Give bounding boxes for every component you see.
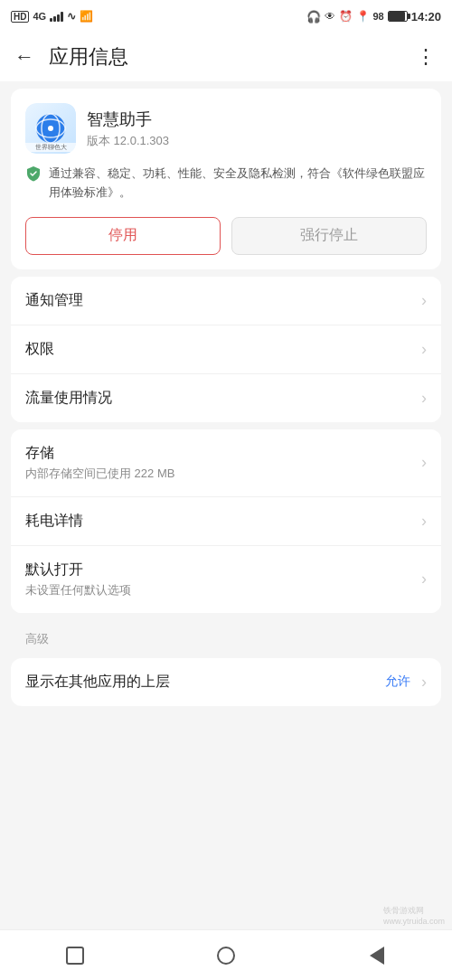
notification-management-content: 通知管理 bbox=[25, 291, 414, 310]
display-on-top-value: 允许 bbox=[385, 674, 410, 690]
advanced-section-label: 高级 bbox=[0, 620, 452, 651]
chevron-right-icon: › bbox=[421, 673, 427, 692]
signal-4g: 4G bbox=[33, 11, 46, 22]
app-icon: 世界聊色大 bbox=[25, 103, 76, 154]
app-name: 智慧助手 bbox=[87, 108, 427, 130]
square-icon bbox=[66, 947, 84, 965]
battery-percent: 98 bbox=[373, 11, 384, 22]
notification-management-item[interactable]: 通知管理 › bbox=[11, 277, 441, 325]
chevron-right-icon: › bbox=[421, 570, 427, 589]
location-icon: 📍 bbox=[356, 10, 370, 23]
app-logo-svg bbox=[34, 112, 67, 145]
storage-title: 存储 bbox=[25, 444, 414, 463]
more-options-button[interactable]: ⋮ bbox=[416, 45, 438, 69]
bottom-navigation bbox=[0, 929, 452, 980]
chevron-right-icon: › bbox=[421, 453, 427, 472]
back-nav-button[interactable] bbox=[359, 938, 395, 974]
triangle-icon bbox=[370, 947, 384, 965]
storage-item[interactable]: 存储 内部存储空间已使用 222 MB › bbox=[11, 429, 441, 497]
battery-detail-content: 耗电详情 bbox=[25, 512, 414, 531]
notification-management-title: 通知管理 bbox=[25, 291, 414, 310]
action-buttons-row: 停用 强行停止 bbox=[25, 217, 427, 255]
chevron-right-icon: › bbox=[421, 340, 427, 359]
eye-icon: 👁 bbox=[325, 10, 335, 23]
headphone-icon: 🎧 bbox=[306, 10, 321, 24]
default-open-title: 默认打开 bbox=[25, 561, 414, 580]
data-usage-item[interactable]: 流量使用情况 › bbox=[11, 374, 441, 422]
display-on-top-item[interactable]: 显示在其他应用的上层 允许 › bbox=[11, 658, 441, 706]
app-text-info: 智慧助手 版本 12.0.1.303 bbox=[87, 108, 427, 149]
advanced-section: 显示在其他应用的上层 允许 › bbox=[11, 658, 441, 706]
hd-label: HD bbox=[11, 11, 29, 23]
app-header-row: 世界聊色大 智慧助手 版本 12.0.1.303 bbox=[25, 103, 427, 154]
status-left-icons: HD 4G ∿ 📶 bbox=[11, 10, 93, 23]
default-open-content: 默认打开 未设置任何默认选项 bbox=[25, 561, 414, 598]
home-button[interactable] bbox=[208, 938, 244, 974]
battery-detail-item[interactable]: 耗电详情 › bbox=[11, 497, 441, 546]
svg-point-3 bbox=[48, 126, 53, 131]
data-usage-content: 流量使用情况 bbox=[25, 389, 414, 408]
disable-button[interactable]: 停用 bbox=[25, 217, 221, 255]
permissions-title: 权限 bbox=[25, 340, 414, 359]
storage-content: 存储 内部存储空间已使用 222 MB bbox=[25, 444, 414, 482]
chevron-right-icon: › bbox=[421, 291, 427, 310]
status-right-icons: 🎧 👁 ⏰ 📍 98 14:20 bbox=[306, 10, 442, 24]
content-wrapper: 世界聊色大 智慧助手 版本 12.0.1.303 通过兼容、稳定、功耗、性能、安… bbox=[0, 89, 452, 777]
permissions-content: 权限 bbox=[25, 340, 414, 359]
chevron-right-icon: › bbox=[421, 512, 427, 531]
storage-subtitle: 内部存储空间已使用 222 MB bbox=[25, 466, 414, 482]
shield-icon bbox=[25, 165, 42, 182]
header-left: ← 应用信息 bbox=[14, 43, 128, 71]
display-on-top-content: 显示在其他应用的上层 bbox=[25, 673, 385, 692]
app-info-section: 世界聊色大 智慧助手 版本 12.0.1.303 通过兼容、稳定、功耗、性能、安… bbox=[11, 89, 441, 269]
watermark: 铁骨游戏网www.ytruida.com bbox=[383, 905, 445, 926]
default-open-subtitle: 未设置任何默认选项 bbox=[25, 582, 414, 598]
alarm-icon: ⏰ bbox=[339, 10, 353, 23]
app-description-row: 通过兼容、稳定、功耗、性能、安全及隐私检测，符合《软件绿色联盟应用体验标准》。 bbox=[25, 165, 427, 203]
circle-icon bbox=[217, 947, 235, 965]
battery-icon bbox=[388, 11, 408, 22]
app-version: 版本 12.0.1.303 bbox=[87, 133, 427, 149]
permissions-item[interactable]: 权限 › bbox=[11, 325, 441, 374]
app-description-text: 通过兼容、稳定、功耗、性能、安全及隐私检测，符合《软件绿色联盟应用体验标准》。 bbox=[49, 165, 427, 203]
chevron-right-icon: › bbox=[421, 389, 427, 408]
battery-detail-title: 耗电详情 bbox=[25, 512, 414, 531]
display-on-top-title: 显示在其他应用的上层 bbox=[25, 673, 385, 692]
menu-section-1: 通知管理 › 权限 › 流量使用情况 › bbox=[11, 277, 441, 422]
data-usage-title: 流量使用情况 bbox=[25, 389, 414, 408]
wifi-icon: ∿ bbox=[67, 10, 76, 23]
back-button[interactable]: ← bbox=[14, 47, 34, 67]
app-icon-label: 世界聊色大 bbox=[25, 143, 76, 152]
page-title: 应用信息 bbox=[49, 43, 128, 71]
time-display: 14:20 bbox=[411, 10, 441, 24]
default-open-item[interactable]: 默认打开 未设置任何默认选项 › bbox=[11, 546, 441, 613]
app-header-bar: ← 应用信息 ⋮ bbox=[0, 33, 452, 81]
status-bar: HD 4G ∿ 📶 🎧 👁 ⏰ 📍 98 14:20 bbox=[0, 0, 452, 33]
storage-section: 存储 内部存储空间已使用 222 MB › 耗电详情 › 默认打开 未设置任何默… bbox=[11, 429, 441, 613]
nfc-icon: 📶 bbox=[80, 10, 93, 23]
recent-apps-button[interactable] bbox=[57, 938, 93, 974]
signal-icon bbox=[50, 11, 63, 22]
force-stop-button[interactable]: 强行停止 bbox=[231, 217, 427, 255]
